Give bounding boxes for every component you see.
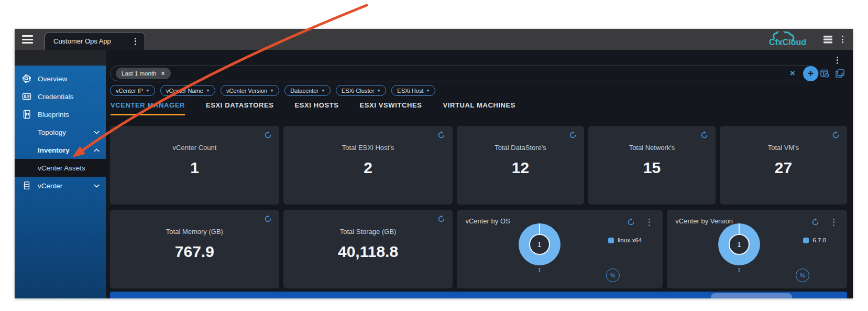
- stat-card-total-storage: Total Storage (GB) 40,118.8: [283, 210, 453, 288]
- chart-card-actions: [811, 216, 838, 228]
- tab-kebab-menu-icon[interactable]: [131, 35, 139, 47]
- sidebar-item-label: Topology: [38, 128, 66, 136]
- sidebar-item-inventory[interactable]: Inventory: [15, 141, 106, 159]
- filter-bar[interactable]: Last 1 month × × +: [110, 66, 819, 81]
- chip-icon: [22, 74, 31, 83]
- cards-row-2: Total Memory (GB) 767.9 Total Storage (G…: [110, 210, 847, 288]
- legend-item[interactable]: 6.7.0: [803, 237, 826, 243]
- stat-card-total-datastores: Total DataStore's 12: [457, 126, 584, 205]
- chevron-down-icon: [94, 184, 100, 188]
- sidebar-item-overview[interactable]: Overview: [15, 70, 106, 88]
- stat-card-vcenter-count: vCenter Count 1: [110, 126, 279, 205]
- refresh-icon[interactable]: [832, 131, 840, 139]
- server-icon: [22, 181, 31, 190]
- tab-esxi-hosts[interactable]: ESXI HOSTS: [295, 101, 339, 115]
- slice-divider: [539, 223, 540, 234]
- sidebar-item-blueprints[interactable]: Blueprints: [15, 105, 106, 123]
- refresh-icon[interactable]: [569, 131, 577, 139]
- donut-chart[interactable]: 1: [519, 223, 561, 265]
- slice-label: 1: [538, 267, 541, 273]
- filter-chip-vcenter-ip[interactable]: vCenter IP: [110, 85, 155, 96]
- stat-value: 12: [512, 159, 529, 177]
- id-card-icon: [22, 92, 31, 101]
- sidebar-item-label: Credentials: [38, 93, 73, 101]
- tab-esxi-vswitches[interactable]: ESXI VSWITCHES: [360, 101, 422, 115]
- stat-card-total-memory: Total Memory (GB) 767.9: [110, 210, 279, 288]
- app-window: Customer Ops App CfxCloud: [15, 29, 853, 298]
- chevron-down-icon: [322, 90, 325, 92]
- legend-label: 6.7.0: [812, 237, 826, 243]
- svg-text:CfxCloud: CfxCloud: [769, 38, 806, 47]
- stat-card-total-esxi-hosts: Total ESXi Host's 2: [283, 126, 453, 205]
- refresh-icon[interactable]: [437, 131, 445, 139]
- refresh-icon[interactable]: [437, 215, 445, 223]
- dashboard-kebab-menu-icon[interactable]: [833, 54, 841, 66]
- legend-item[interactable]: linux-x64: [608, 237, 642, 243]
- tab-vcenter-manager[interactable]: VCENTER MANAGER: [111, 101, 185, 115]
- chart-card-actions: [627, 216, 653, 228]
- refresh-icon[interactable]: [264, 215, 272, 223]
- refresh-icon[interactable]: [700, 131, 708, 139]
- slice-divider: [739, 223, 740, 234]
- sidebar-item-label: Overview: [38, 75, 67, 83]
- chevron-down-icon: [94, 131, 100, 134]
- topbar-kebab-menu-icon[interactable]: [839, 34, 847, 46]
- filter-chip-vcenter-version[interactable]: vCenter Version: [221, 85, 279, 96]
- chart-title: vCenter by Version: [675, 217, 733, 225]
- book-icon: [22, 110, 31, 119]
- cfxcloud-logo: CfxCloud: [767, 31, 817, 47]
- cards-row-1: vCenter Count 1 Total ESXi Host's 2 Tota…: [110, 126, 847, 205]
- sidebar-item-label: vCenter Assets: [38, 164, 85, 172]
- add-filter-button[interactable]: +: [803, 66, 818, 81]
- clear-filters-icon[interactable]: ×: [790, 68, 795, 79]
- filter-chip-datacenter[interactable]: Datacenter: [284, 85, 331, 96]
- main-content: Last 1 month × × +: [106, 50, 853, 298]
- chart-card-vcenter-by-version: vCenter by Version 1 1 6.7.0: [667, 210, 847, 288]
- refresh-icon[interactable]: [811, 218, 819, 226]
- percent-toggle-button[interactable]: %: [796, 269, 809, 282]
- sidebar-item-topology[interactable]: Topology: [15, 123, 106, 141]
- hamburger-menu-icon[interactable]: [22, 34, 33, 46]
- sidebar-item-vcenter[interactable]: vCenter: [15, 177, 106, 195]
- stat-title: Total ESXi Host's: [342, 144, 394, 152]
- chevron-down-icon: [146, 90, 149, 92]
- chart-title: vCenter by OS: [465, 217, 510, 225]
- applied-filter-chip[interactable]: Last 1 month ×: [116, 68, 171, 79]
- stat-title: Total Memory (GB): [166, 228, 223, 235]
- legend-label: linux-x64: [618, 237, 642, 243]
- chevron-up-icon: [94, 148, 100, 152]
- stat-value: 15: [643, 159, 661, 177]
- refresh-icon[interactable]: [627, 218, 635, 226]
- stat-value: 1: [190, 159, 199, 177]
- sidebar: Overview Credentials Blueprints: [15, 50, 106, 298]
- filter-chip-esxi-host[interactable]: ESXi Host: [391, 85, 435, 96]
- kebab-menu-icon[interactable]: [830, 216, 838, 228]
- donut-chart[interactable]: 1: [718, 223, 760, 265]
- screenshot-page: Customer Ops App CfxCloud: [0, 0, 868, 311]
- stat-title: vCenter Count: [173, 144, 217, 152]
- remove-filter-icon[interactable]: ×: [161, 70, 164, 77]
- schedule-table-icon[interactable]: [820, 69, 829, 80]
- filter-chip-esxi-cluster[interactable]: ESXi Cluster: [336, 85, 386, 96]
- filter-chip-vcenter-name[interactable]: vCenter Name: [160, 85, 215, 96]
- sidebar-item-label: Blueprints: [38, 111, 69, 119]
- refresh-icon[interactable]: [264, 131, 272, 139]
- sidebar-item-credentials[interactable]: Credentials: [15, 88, 106, 105]
- save-view-icon[interactable]: [836, 69, 844, 80]
- kebab-menu-icon[interactable]: [645, 216, 653, 228]
- tab-bar: VCENTER MANAGER ESXI DATASTORES ESXI HOS…: [111, 101, 515, 115]
- sidebar-item-label: vCenter: [38, 182, 62, 190]
- list-view-icon[interactable]: [823, 36, 832, 44]
- app-tab[interactable]: Customer Ops App: [45, 32, 145, 50]
- sidebar-nav: Overview Credentials Blueprints: [15, 66, 106, 195]
- table-header-bar: [110, 292, 847, 298]
- tab-virtual-machines[interactable]: VIRTUAL MACHINES: [443, 101, 516, 115]
- slice-label: 1: [738, 267, 741, 273]
- table-header-pill[interactable]: [711, 293, 792, 298]
- tab-esxi-datastores[interactable]: ESXI DATASTORES: [206, 101, 274, 115]
- app-tab-title: Customer Ops App: [53, 37, 111, 45]
- chevron-down-icon: [206, 90, 210, 92]
- percent-toggle-button[interactable]: %: [606, 269, 620, 282]
- chevron-down-icon: [426, 90, 430, 92]
- sidebar-item-vcenter-assets[interactable]: vCenter Assets: [15, 159, 106, 177]
